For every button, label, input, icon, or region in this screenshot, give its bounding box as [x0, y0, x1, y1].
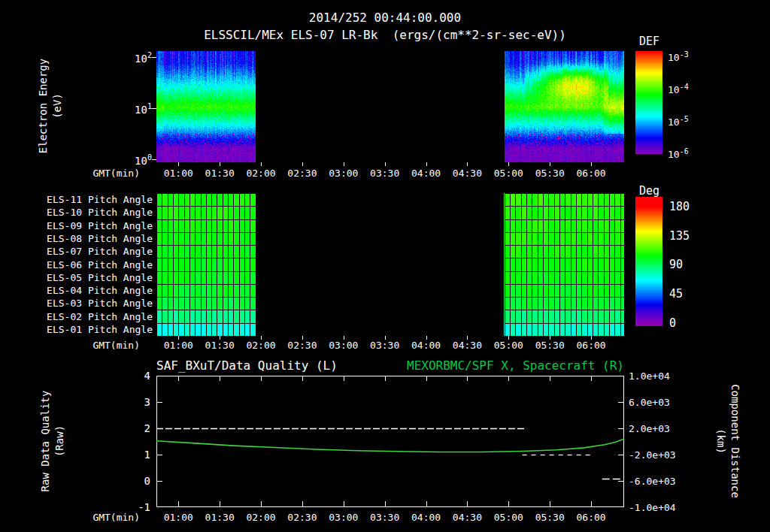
energy-tick-mark: [152, 108, 156, 109]
time-tick-label: 02:30: [287, 512, 317, 523]
pitch-angle-canvas: [156, 193, 624, 336]
time-tick-mark: [591, 336, 592, 340]
time-tick-label: 04:00: [411, 512, 441, 523]
time-tick-label: 04:30: [453, 168, 482, 179]
time-tick-label: 01:30: [205, 340, 235, 351]
quality-axis-label-line2: (Raw): [53, 391, 67, 492]
time-tick-label: 06:00: [577, 340, 606, 351]
pitch-row-label: ELS-01 Pitch Angle: [45, 324, 153, 335]
time-tick-label: 01:00: [164, 340, 193, 351]
time-tick-mark: [261, 162, 262, 166]
time-tick-label: 01:30: [205, 168, 235, 179]
energy-tick-exp: 2: [147, 51, 152, 59]
time-tick-label: 02:30: [287, 168, 317, 179]
energy-tick-mark: [152, 159, 156, 160]
time-tick-label: 02:00: [246, 340, 275, 351]
time-tick-label: 01:30: [205, 512, 235, 523]
time-tick-label: 03:30: [370, 512, 399, 523]
distance-axis-label-line2: (km): [714, 384, 728, 498]
time-tick-label: 03:30: [370, 340, 399, 351]
pitch-row-label: ELS-09 Pitch Angle: [45, 220, 153, 231]
def-tick-exp: -5: [680, 115, 689, 123]
time-tick-label: 04:00: [411, 340, 441, 351]
energy-tick-base: 10: [135, 155, 147, 167]
pitch-row-label: ELS-11 Pitch Angle: [45, 194, 153, 205]
energy-tick-base: 10: [135, 53, 147, 65]
time-tick-label: 05:00: [494, 168, 523, 179]
def-tick-exp: -3: [680, 50, 689, 59]
time-tick-mark: [178, 162, 179, 166]
energy-tick-label: 102: [119, 51, 152, 65]
pitch-row-label: ELS-04 Pitch Angle: [45, 285, 153, 296]
time-tick-mark: [344, 336, 344, 340]
time-tick-mark: [385, 162, 386, 166]
distance-tick-label: -6.0e+03: [629, 476, 676, 487]
line-plot-canvas: [156, 376, 624, 507]
def-tick-base: 10: [668, 84, 680, 95]
quality-tick-label: 4: [119, 370, 150, 382]
time-tick-mark: [508, 162, 509, 166]
pitch-row-label: ELS-03 Pitch Angle: [45, 298, 153, 309]
time-tick-label: 01:00: [164, 512, 193, 523]
time-tick-mark: [550, 162, 550, 166]
plot-timestamp: 2014/252 00:44:00.000: [0, 11, 770, 25]
deg-colorbar-tick-label: 45: [669, 287, 683, 301]
quality-tick-label: 0: [119, 475, 150, 487]
deg-colorbar-title: Deg: [639, 184, 659, 198]
def-colorbar-tick-label: 10-6: [668, 147, 689, 160]
def-colorbar-title: DEF: [639, 35, 659, 48]
deg-colorbar-tick-label: 90: [669, 258, 683, 271]
time-tick-mark: [508, 336, 509, 340]
energy-spectrogram-canvas: [156, 51, 624, 162]
def-colorbar-canvas: [635, 51, 662, 154]
bottom-panel-header: SAF_BXuT/Data Quality (L) MEXORBMC/SPF X…: [156, 358, 624, 373]
distance-tick-label: -2.0e+03: [629, 449, 676, 461]
time-tick-label: 03:00: [329, 512, 358, 523]
pitch-row-label: ELS-10 Pitch Angle: [45, 207, 153, 218]
time-tick-label: 04:30: [453, 340, 482, 351]
time-tick-mark: [426, 162, 427, 166]
plot-screen: 2014/252 00:44:00.000 ELSSCIL/MEx ELS-07…: [0, 0, 770, 532]
def-tick-base: 10: [668, 149, 680, 160]
time-tick-label: 01:00: [164, 168, 193, 179]
deg-colorbar-tick-label: 180: [669, 200, 690, 213]
quality-tick-label: 3: [119, 396, 150, 408]
energy-tick-base: 10: [135, 104, 147, 116]
time-tick-mark: [467, 336, 468, 340]
time-tick-mark: [426, 336, 427, 340]
time-tick-mark: [385, 336, 386, 340]
time-tick-mark: [591, 162, 592, 166]
time-tick-mark: [550, 336, 550, 340]
distance-tick-label: 6.0e+03: [629, 397, 670, 408]
orbit-panel-title: MEXORBMC/SPF X, Spacecraft (R): [407, 358, 624, 373]
deg-colorbar-canvas: [635, 197, 662, 326]
time-tick-label: 03:30: [370, 168, 399, 179]
def-colorbar-tick-label: 10-5: [668, 115, 689, 128]
time-tick-mark: [220, 162, 220, 166]
def-colorbar-tick-label: 10-4: [668, 83, 689, 95]
energy-axis-label: Electron Energy (eV): [36, 59, 65, 153]
time-tick-label: 06:00: [577, 512, 606, 523]
energy-tick-mark: [152, 57, 156, 58]
def-colorbar-tick-label: 10-3: [668, 50, 689, 63]
time-tick-label: 03:00: [329, 168, 358, 179]
time-axis-label: GMT(min): [74, 340, 140, 351]
energy-tick-label: 101: [119, 102, 152, 116]
time-tick-mark: [261, 336, 262, 340]
distance-tick-label: 1.0e+04: [629, 370, 670, 382]
pitch-row-label: ELS-05 Pitch Angle: [45, 272, 153, 283]
time-tick-label: 05:00: [494, 340, 523, 351]
time-tick-label: 04:30: [453, 512, 482, 523]
time-tick-label: 04:00: [411, 168, 441, 179]
energy-tick-label: 100: [119, 153, 152, 167]
pitch-row-label: ELS-08 Pitch Angle: [45, 233, 153, 244]
time-tick-label: 05:00: [494, 512, 523, 523]
energy-tick-exp: 0: [147, 153, 152, 162]
time-axis-label: GMT(min): [74, 512, 140, 523]
time-tick-label: 02:00: [246, 512, 275, 523]
time-tick-label: 03:00: [329, 340, 358, 351]
def-tick-base: 10: [668, 52, 680, 63]
time-tick-mark: [302, 336, 303, 340]
distance-tick-label: -1.0e+04: [629, 502, 676, 513]
time-tick-mark: [302, 162, 303, 166]
